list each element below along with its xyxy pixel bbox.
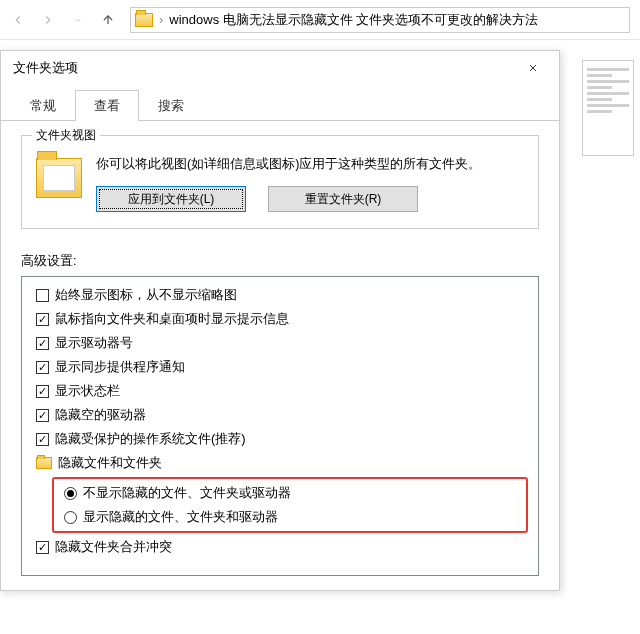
checkbox-icon[interactable] (36, 361, 49, 374)
preview-thumbnail (582, 60, 634, 156)
list-item[interactable]: 隐藏受保护的操作系统文件(推荐) (26, 427, 534, 451)
checkbox-icon[interactable] (36, 541, 49, 554)
list-item-radio[interactable]: 显示隐藏的文件、文件夹和驱动器 (54, 505, 526, 529)
advanced-settings-label: 高级设置: (21, 253, 539, 270)
explorer-toolbar: › windows 电脑无法显示隐藏文件 文件夹选项不可更改的解决方法 (0, 0, 640, 40)
highlight-box: 不显示隐藏的文件、文件夹或驱动器 显示隐藏的文件、文件夹和驱动器 (52, 477, 528, 533)
list-item-radio[interactable]: 不显示隐藏的文件、文件夹或驱动器 (54, 481, 526, 505)
radio-icon[interactable] (64, 487, 77, 500)
group-label: 文件夹视图 (32, 127, 100, 144)
tab-view[interactable]: 查看 (75, 90, 139, 121)
advanced-settings-list[interactable]: 始终显示图标，从不显示缩略图 鼠标指向文件夹和桌面项时显示提示信息 显示驱动器号… (21, 276, 539, 576)
tab-search[interactable]: 搜索 (139, 90, 203, 121)
list-item[interactable]: 鼠标指向文件夹和桌面项时显示提示信息 (26, 307, 534, 331)
close-button[interactable] (513, 54, 553, 82)
chevron-right-icon: › (159, 12, 163, 27)
list-item[interactable]: 显示同步提供程序通知 (26, 355, 534, 379)
address-path: windows 电脑无法显示隐藏文件 文件夹选项不可更改的解决方法 (169, 11, 538, 29)
folder-icon (135, 13, 153, 27)
checkbox-icon[interactable] (36, 433, 49, 446)
list-item-folder[interactable]: 隐藏文件和文件夹 (26, 451, 534, 475)
folder-view-group: 文件夹视图 你可以将此视图(如详细信息或图标)应用于这种类型的所有文件夹。 应用… (21, 135, 539, 229)
tab-general[interactable]: 常规 (11, 90, 75, 121)
list-item[interactable]: 隐藏文件夹合并冲突 (26, 535, 534, 559)
nav-forward-button[interactable] (34, 6, 62, 34)
checkbox-icon[interactable] (36, 313, 49, 326)
list-item[interactable]: 隐藏空的驱动器 (26, 403, 534, 427)
nav-recent-dropdown[interactable] (64, 6, 92, 34)
checkbox-icon[interactable] (36, 289, 49, 302)
dialog-body: 文件夹视图 你可以将此视图(如详细信息或图标)应用于这种类型的所有文件夹。 应用… (1, 121, 559, 590)
list-item[interactable]: 显示驱动器号 (26, 331, 534, 355)
nav-back-button[interactable] (4, 6, 32, 34)
folder-icon (36, 457, 52, 469)
dialog-titlebar: 文件夹选项 (1, 51, 559, 85)
radio-icon[interactable] (64, 511, 77, 524)
list-item[interactable]: 始终显示图标，从不显示缩略图 (26, 283, 534, 307)
checkbox-icon[interactable] (36, 337, 49, 350)
tabs: 常规 查看 搜索 (1, 89, 559, 121)
checkbox-icon[interactable] (36, 385, 49, 398)
reset-folders-button[interactable]: 重置文件夹(R) (268, 186, 418, 212)
list-item[interactable]: 显示状态栏 (26, 379, 534, 403)
folder-view-desc: 你可以将此视图(如详细信息或图标)应用于这种类型的所有文件夹。 (96, 154, 524, 174)
checkbox-icon[interactable] (36, 409, 49, 422)
folder-options-dialog: 文件夹选项 常规 查看 搜索 文件夹视图 你可以将此视图(如详细信息或图标)应用… (0, 50, 560, 591)
folder-icon (36, 158, 82, 198)
address-bar[interactable]: › windows 电脑无法显示隐藏文件 文件夹选项不可更改的解决方法 (130, 7, 630, 33)
apply-to-folders-button[interactable]: 应用到文件夹(L) (96, 186, 246, 212)
dialog-title: 文件夹选项 (13, 59, 78, 77)
nav-up-button[interactable] (94, 6, 122, 34)
